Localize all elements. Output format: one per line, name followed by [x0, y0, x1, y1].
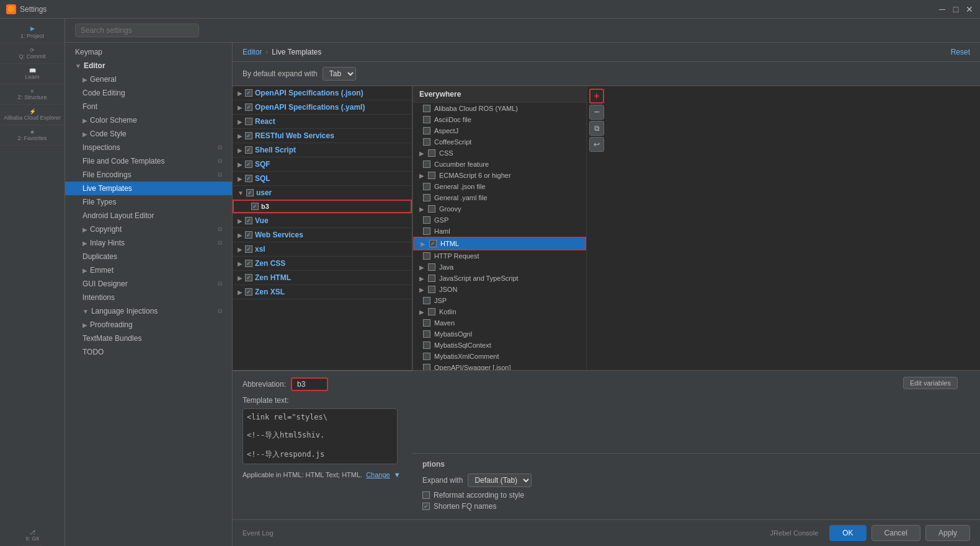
nav-file-encodings[interactable]: File Encodings ⧉ [65, 168, 232, 182]
context-item-haml[interactable]: Haml [413, 226, 586, 237]
openapi-swagger-checkbox[interactable] [423, 364, 430, 370]
expand-select[interactable]: Tab [323, 67, 356, 81]
apply-button[interactable]: Apply [925, 525, 970, 541]
coffeescript-checkbox[interactable] [423, 138, 430, 146]
copy-template-button[interactable]: ⧉ [589, 121, 604, 136]
template-group-sql-header[interactable]: ▶ SQL [233, 172, 412, 185]
search-input[interactable] [75, 24, 199, 37]
yaml-file-checkbox[interactable] [423, 194, 430, 201]
context-item-json[interactable]: ▶ JSON [413, 284, 586, 295]
json-file-checkbox[interactable] [423, 183, 430, 190]
context-item-coffeescript[interactable]: CoffeeScript [413, 136, 586, 148]
nav-code-editing[interactable]: Code Editing [65, 86, 232, 100]
undo-button[interactable]: ↩ [589, 137, 604, 152]
add-template-button[interactable]: + [589, 89, 604, 103]
minimize-btn[interactable]: ─ [938, 5, 947, 14]
context-item-mybatisognl[interactable]: MybatisOgnl [413, 328, 586, 340]
context-item-cucumber[interactable]: Cucumber feature [413, 159, 586, 170]
gsp-checkbox[interactable] [423, 216, 430, 224]
breadcrumb-parent[interactable]: Editor [243, 48, 262, 56]
restful-checkbox[interactable] [245, 132, 252, 139]
maximize-btn[interactable]: □ [951, 5, 960, 14]
sidebar-structure[interactable]: ≡ Z: Structure [0, 84, 65, 105]
kotlin-checkbox[interactable] [428, 308, 435, 315]
zen-xsl-checkbox[interactable] [245, 288, 252, 296]
haml-checkbox[interactable] [423, 227, 430, 235]
context-item-ecmascript[interactable]: ▶ ECMAScript 6 or higher [413, 170, 586, 181]
openapi-yaml-checkbox[interactable] [245, 103, 252, 111]
nav-android-layout[interactable]: Android Layout Editor [65, 209, 232, 222]
template-group-openapi-yaml-header[interactable]: ▶ OpenAPI Specifications (.yaml) [233, 100, 412, 114]
asciidoc-checkbox[interactable] [423, 116, 430, 123]
nav-language-injections[interactable]: ▼ Language Injections ⧉ [65, 304, 232, 318]
mybatisognl-checkbox[interactable] [423, 330, 430, 338]
template-group-zen-xsl-header[interactable]: ▶ Zen XSL [233, 285, 412, 299]
context-item-kotlin[interactable]: ▶ Kotlin [413, 306, 586, 317]
template-group-webservices-header[interactable]: ▶ Web Services [233, 228, 412, 242]
nav-editor[interactable]: ▼ Editor [65, 59, 232, 73]
sql-checkbox[interactable] [245, 175, 252, 182]
context-item-openapi-swagger[interactable]: OpenAPI/Swagger [.json] [413, 362, 586, 370]
context-item-asciidoc[interactable]: AsciiDoc file [413, 114, 586, 125]
nav-textmate[interactable]: TextMate Bundles [65, 332, 232, 345]
sidebar-git[interactable]: ⎇ 9: Git [23, 526, 42, 546]
template-group-vue-header[interactable]: ▶ Vue [233, 214, 412, 227]
template-group-react-header[interactable]: ▶ React [233, 115, 412, 128]
nav-gui-designer[interactable]: GUI Designer ⧉ [65, 277, 232, 291]
sidebar-alibaba[interactable]: ⚡ Alibaba Cloud Explorer [0, 105, 65, 125]
close-btn[interactable]: ✕ [965, 5, 974, 14]
template-group-xsl-header[interactable]: ▶ xsl [233, 242, 412, 256]
context-item-css[interactable]: ▶ CSS [413, 148, 586, 159]
sidebar-project[interactable]: ▶ 1: Project [0, 22, 65, 43]
context-item-gsp[interactable]: GSP [413, 214, 586, 226]
nav-duplicates[interactable]: Duplicates [65, 250, 232, 263]
vue-checkbox[interactable] [245, 217, 252, 224]
nav-inspections[interactable]: Inspections ⧉ [65, 141, 232, 154]
nav-color-scheme[interactable]: ▶ Color Scheme [65, 113, 232, 127]
context-item-alibaba[interactable]: Alibaba Cloud ROS (YAML) [413, 103, 586, 114]
nav-todo[interactable]: TODO [65, 345, 232, 359]
context-item-yaml-file[interactable]: General .yaml file [413, 192, 586, 203]
jrebel-console[interactable]: JRebel Console [770, 529, 819, 537]
ecmascript-checkbox[interactable] [428, 172, 435, 179]
template-group-zen-css-header[interactable]: ▶ Zen CSS [233, 257, 412, 270]
cucumber-checkbox[interactable] [423, 161, 430, 168]
css-checkbox[interactable] [428, 149, 435, 157]
remove-template-button[interactable]: − [589, 105, 604, 120]
reset-button[interactable]: Reset [951, 48, 970, 56]
sqf-checkbox[interactable] [245, 161, 252, 168]
context-item-aspectj[interactable]: AspectJ [413, 125, 586, 136]
context-item-json-file[interactable]: General .json file [413, 181, 586, 192]
cancel-button[interactable]: Cancel [871, 525, 920, 541]
http-checkbox[interactable] [423, 252, 430, 260]
json-checkbox[interactable] [428, 286, 435, 293]
nav-proofreading[interactable]: ▶ Proofreading [65, 318, 232, 332]
groovy-checkbox[interactable] [428, 205, 435, 213]
context-item-mybatisxmlcomment[interactable]: MybatisXmlComment [413, 351, 586, 362]
nav-code-style[interactable]: ▶ Code Style [65, 127, 232, 141]
nav-general[interactable]: ▶ General [65, 73, 232, 86]
context-item-mybatissqlcontext[interactable]: MybatisSqlContext [413, 340, 586, 351]
change-link[interactable]: Change [366, 471, 390, 478]
template-group-shell-header[interactable]: ▶ Shell Script [233, 143, 412, 157]
zen-css-checkbox[interactable] [245, 260, 252, 267]
mybatissqlcontext-checkbox[interactable] [423, 341, 430, 349]
template-subitem-b3[interactable]: b3 [233, 200, 412, 213]
context-item-html[interactable]: ▶ HTML [413, 237, 586, 250]
react-checkbox[interactable] [245, 118, 252, 125]
nav-emmet[interactable]: ▶ Emmet [65, 263, 232, 277]
nav-inlay-hints[interactable]: ▶ Inlay Hints ⧉ [65, 236, 232, 250]
webservices-checkbox[interactable] [245, 231, 252, 239]
aspectj-checkbox[interactable] [423, 127, 430, 134]
nav-intentions[interactable]: Intentions [65, 291, 232, 304]
mybatisxmlcomment-checkbox[interactable] [423, 353, 430, 360]
template-group-zen-html-header[interactable]: ▶ Zen HTML [233, 271, 412, 284]
template-group-restful-header[interactable]: ▶ RESTful Web Services [233, 129, 412, 143]
sidebar-commit[interactable]: ⟳ Q: Commit [0, 43, 65, 64]
alibaba-checkbox[interactable] [423, 105, 430, 112]
edit-variables-button[interactable]: Edit variables [903, 377, 958, 389]
b3-checkbox[interactable] [251, 203, 259, 210]
template-group-openapi-json-header[interactable]: ▶ OpenAPI Specifications (.json) [233, 86, 412, 100]
expand-with-select[interactable]: Default (Tab) [468, 473, 532, 487]
context-item-http[interactable]: HTTP Request [413, 250, 586, 262]
